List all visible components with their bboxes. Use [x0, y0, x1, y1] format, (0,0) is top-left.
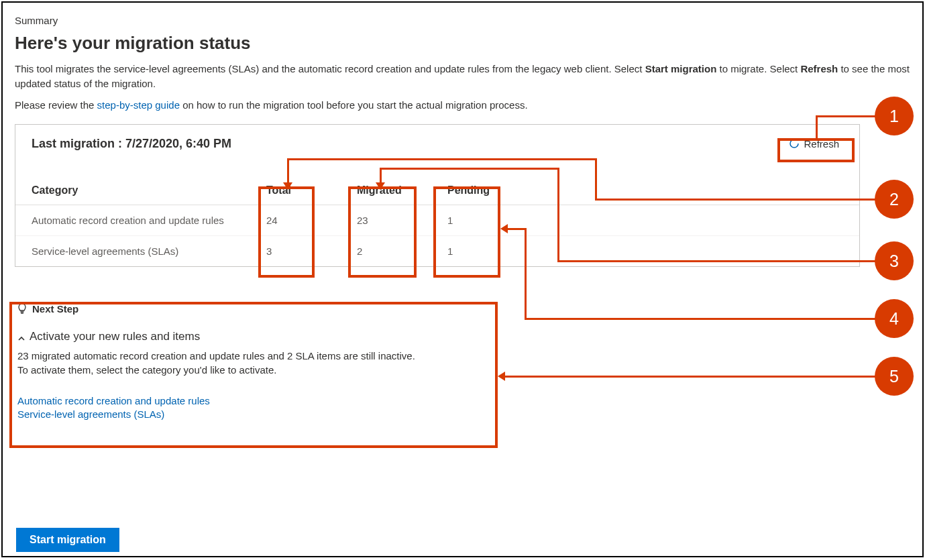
lightbulb-icon [17, 303, 27, 315]
chevron-up-icon [17, 333, 25, 341]
next-step-title-row[interactable]: Activate your new rules and items [17, 330, 491, 343]
status-card: Last migration : 7/27/2020, 6:40 PM Refr… [15, 124, 860, 267]
connector-1h [816, 115, 876, 117]
intro-bold-refresh: Refresh [800, 63, 838, 74]
next-step-body: 23 migrated automatic record creation an… [17, 349, 491, 377]
link-auto-record-rules[interactable]: Automatic record creation and update rul… [17, 394, 491, 408]
link-slas[interactable]: Service-level agreements (SLAs) [17, 408, 491, 421]
next-step-panel: Next Step Activate your new rules and it… [15, 294, 498, 435]
step-by-step-guide-link[interactable]: step-by-step guide [97, 99, 180, 111]
col-header-pending: Pending [431, 178, 522, 205]
cell-migrated: 23 [341, 205, 431, 235]
review-paragraph: Please review the step-by-step guide on … [15, 99, 910, 111]
refresh-button[interactable]: Refresh [782, 135, 846, 152]
intro-bold-start-migration: Start migration [645, 63, 717, 74]
review-post: on how to run the migration tool before … [182, 99, 527, 111]
next-step-body-line1: 23 migrated automatic record creation an… [17, 349, 491, 363]
next-step-body-line2: To activate them, select the category yo… [17, 363, 491, 377]
start-migration-button[interactable]: Start migration [16, 528, 119, 552]
connector-5h [500, 376, 876, 378]
callout-5: 5 [875, 357, 914, 396]
callout-4: 4 [875, 299, 914, 338]
table-row: Service-level agreements (SLAs) 3 2 1 [15, 235, 859, 266]
col-header-migrated: Migrated [341, 178, 431, 205]
intro-text: This tool migrates the service-level agr… [15, 63, 645, 74]
cell-category: Service-level agreements (SLAs) [15, 235, 250, 266]
connector-4h2 [525, 318, 876, 320]
connector-5-arrow [498, 372, 505, 381]
cell-migrated: 2 [341, 235, 431, 266]
intro-paragraph: This tool migrates the service-level agr… [15, 62, 910, 91]
summary-label: Summary [15, 15, 910, 26]
status-card-header: Last migration : 7/27/2020, 6:40 PM Refr… [15, 125, 859, 159]
col-spacer [522, 178, 859, 205]
next-step-label: Next Step [32, 303, 78, 315]
next-step-links: Automatic record creation and update rul… [17, 394, 491, 422]
table-header-row: Category Total Migrated Pending [15, 178, 859, 205]
cell-spacer [522, 205, 859, 235]
status-table: Category Total Migrated Pending Automati… [15, 178, 859, 266]
cell-total: 24 [250, 205, 341, 235]
callout-3: 3 [875, 241, 914, 280]
col-header-total: Total [250, 178, 341, 205]
page-title: Here's your migration status [15, 33, 910, 54]
cell-spacer [522, 235, 859, 266]
col-header-category: Category [15, 178, 250, 205]
next-step-title: Activate your new rules and items [30, 330, 200, 343]
review-pre: Please review the [15, 99, 97, 111]
last-migration-label: Last migration : 7/27/2020, 6:40 PM [32, 137, 231, 151]
refresh-icon [789, 138, 800, 149]
intro-text-mid: to migrate. Select [720, 63, 801, 74]
page-frame: Summary Here's your migration status Thi… [1, 1, 924, 557]
callout-2: 2 [875, 180, 914, 219]
next-step-header: Next Step [17, 303, 491, 315]
cell-pending: 1 [431, 205, 522, 235]
cell-total: 3 [250, 235, 341, 266]
table-row: Automatic record creation and update rul… [15, 205, 859, 235]
cell-category: Automatic record creation and update rul… [15, 205, 250, 235]
cell-pending: 1 [431, 235, 522, 266]
refresh-label: Refresh [804, 138, 839, 150]
